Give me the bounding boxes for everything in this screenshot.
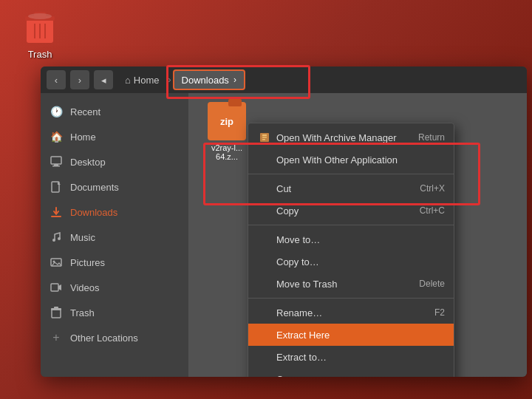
- copy-to-icon: [257, 254, 272, 269]
- open-other-icon: [257, 152, 272, 167]
- sidebar-item-recent[interactable]: 🕐 Recent: [41, 99, 188, 124]
- trash-sidebar-icon: [50, 306, 63, 319]
- breadcrumb-chevron: ›: [233, 75, 236, 85]
- breadcrumb-bar: ⌂ Home › Downloads ›: [117, 69, 521, 90]
- separator-3: [248, 298, 454, 299]
- svg-rect-16: [51, 284, 58, 291]
- context-menu-cut[interactable]: Cut Ctrl+X: [248, 177, 454, 200]
- svg-point-6: [28, 13, 52, 19]
- cut-icon: [257, 181, 272, 196]
- svg-rect-9: [52, 166, 60, 167]
- svg-rect-22: [262, 137, 267, 138]
- sidebar-item-trash[interactable]: Trash: [41, 300, 188, 325]
- zip-file-icon: zip: [208, 102, 246, 140]
- context-menu-move-trash[interactable]: Move to Trash Delete: [248, 273, 454, 295]
- trash-icon: [21, 7, 59, 46]
- move-to-icon: [257, 232, 272, 247]
- sidebar-item-desktop[interactable]: Desktop: [41, 149, 188, 174]
- documents-icon: [50, 180, 63, 194]
- extract-to-icon: [257, 349, 272, 364]
- file-manager-window: ‹ › ◂ ⌂ Home › Downloads › 🕐 Recent 🏠 Ho…: [41, 66, 527, 377]
- other-locations-icon: +: [50, 331, 63, 344]
- breadcrumb-home[interactable]: ⌂ Home: [117, 69, 167, 90]
- sidebar-item-music[interactable]: Music: [41, 225, 188, 250]
- sidebar: 🕐 Recent 🏠 Home Desktop Documents: [41, 93, 188, 377]
- desktop-trash-icon[interactable]: Trash: [21, 7, 59, 60]
- context-menu-compress[interactable]: Compress…: [248, 368, 454, 377]
- sidebar-item-pictures[interactable]: Pictures: [41, 250, 188, 275]
- svg-point-12: [52, 239, 55, 242]
- sidebar-item-other-locations[interactable]: + Other Locations: [41, 325, 188, 350]
- home-nav-icon: 🏠: [50, 130, 63, 143]
- context-menu-rename[interactable]: Rename… F2: [248, 301, 454, 324]
- svg-rect-23: [262, 139, 265, 140]
- home-icon: ⌂: [125, 75, 131, 86]
- extract-here-icon: [257, 327, 272, 342]
- context-menu-open-other[interactable]: Open With Other Application: [248, 149, 454, 171]
- sidebar-item-documents[interactable]: Documents: [41, 174, 188, 200]
- context-menu-copy[interactable]: Copy Ctrl+C: [248, 200, 454, 222]
- context-menu-extract-to[interactable]: Extract to…: [248, 346, 454, 368]
- svg-rect-21: [262, 134, 267, 136]
- svg-rect-7: [51, 157, 61, 164]
- pictures-icon: [50, 256, 63, 269]
- context-menu-open-archive[interactable]: Open With Archive Manager Return: [248, 126, 454, 149]
- context-menu: Open With Archive Manager Return Open Wi…: [248, 123, 454, 377]
- downloads-icon: [50, 205, 63, 219]
- rename-icon: [257, 305, 272, 320]
- sidebar-item-home[interactable]: 🏠 Home: [41, 124, 188, 149]
- videos-icon: [50, 281, 63, 294]
- sidebar-item-downloads[interactable]: Downloads: [41, 200, 188, 225]
- title-bar: ‹ › ◂ ⌂ Home › Downloads ›: [41, 66, 527, 93]
- separator-2: [248, 225, 454, 225]
- breadcrumb-downloads[interactable]: Downloads ›: [173, 69, 245, 90]
- context-menu-move-to[interactable]: Move to…: [248, 228, 454, 250]
- context-menu-copy-to[interactable]: Copy to…: [248, 250, 454, 273]
- sidebar-item-videos[interactable]: Videos: [41, 275, 188, 300]
- move-trash-icon: [257, 276, 272, 291]
- separator-1: [248, 174, 454, 174]
- breadcrumb-separator: ›: [168, 75, 171, 85]
- desktop-trash-label: Trash: [28, 49, 52, 60]
- copy-icon: [257, 203, 272, 218]
- main-content: 🕐 Recent 🏠 Home Desktop Documents: [41, 93, 527, 377]
- desktop-icon: [50, 155, 63, 168]
- archive-manager-icon: [257, 130, 272, 145]
- svg-rect-17: [52, 310, 61, 318]
- forward-button[interactable]: ›: [70, 70, 89, 89]
- context-menu-extract-here[interactable]: Extract Here: [248, 324, 454, 346]
- up-button[interactable]: ◂: [94, 70, 113, 89]
- file-area[interactable]: zip v2ray-l...64.z... Open With Archive …: [188, 93, 527, 377]
- svg-rect-19: [54, 307, 58, 309]
- zip-file-label: v2ray-l...64.z...: [211, 143, 242, 161]
- svg-point-13: [58, 237, 61, 240]
- back-button[interactable]: ‹: [47, 70, 66, 89]
- recent-icon: 🕐: [50, 105, 63, 118]
- compress-icon: [257, 372, 272, 377]
- music-icon: [50, 231, 63, 244]
